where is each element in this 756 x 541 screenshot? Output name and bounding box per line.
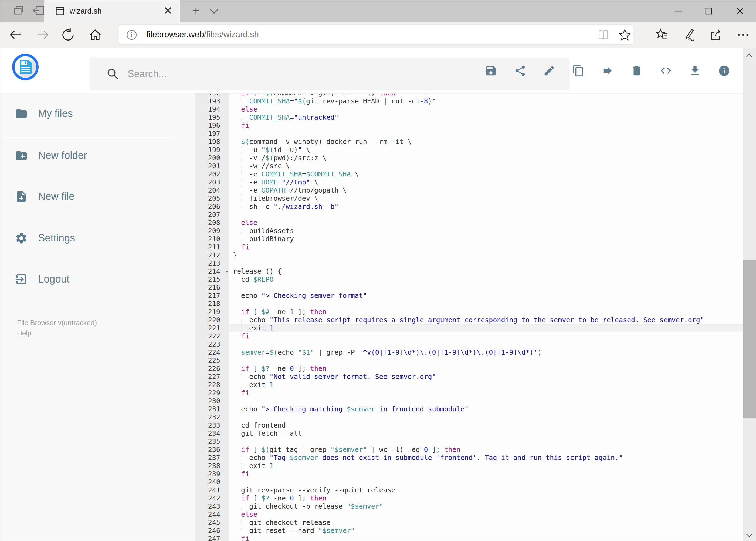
code-line-221[interactable]: 221 exit 1 — [195, 324, 744, 332]
code-line-194[interactable]: 194 else — [195, 105, 744, 114]
more-icon[interactable] — [736, 28, 750, 42]
sidebar-item-new-folder[interactable]: New folder — [0, 141, 178, 171]
code-line-197[interactable]: 197 — [195, 130, 744, 138]
code-line-229[interactable]: 229 fi — [195, 389, 744, 397]
code-line-205[interactable]: 205 filebrowser/dev \ — [195, 195, 744, 203]
code-line-224[interactable]: 224 semver=$(echo "$1" | grep -P '^v(0|[… — [195, 348, 744, 356]
code-line-220[interactable]: 220 echo "This release script requires a… — [195, 316, 744, 324]
help-link[interactable]: Help — [17, 329, 31, 337]
tab-close-icon[interactable]: ✕ — [163, 0, 172, 21]
code-line-235[interactable]: 235 — [195, 437, 744, 446]
page-scrollbar[interactable] — [743, 48, 756, 541]
code-line-242[interactable]: 242 if [ $? -ne 0 ]; then — [195, 494, 744, 502]
close-button[interactable] — [728, 0, 752, 22]
code-line-236[interactable]: 236 if [ $(git tag | grep "$semver" | wc… — [195, 446, 744, 454]
code-line-218[interactable]: 218 — [195, 300, 744, 308]
scroll-down-icon[interactable] — [746, 532, 753, 539]
delete-button[interactable] — [630, 65, 643, 77]
back-icon[interactable] — [8, 28, 22, 42]
code-line-200[interactable]: 200 -v /$(pwd):/src:z \ — [195, 154, 744, 162]
set-tabs-aside-icon[interactable] — [32, 4, 46, 18]
code-line-226[interactable]: 226 if [ $? -ne 0 ]; then — [195, 365, 744, 373]
filebrowser-logo-icon[interactable] — [12, 54, 39, 80]
code-line-244[interactable]: 244 else — [195, 510, 744, 519]
code-line-227[interactable]: 227 echo "Not valid semver format. See s… — [195, 373, 744, 381]
code-line-212[interactable]: 212} — [195, 251, 744, 259]
code-line-234[interactable]: 234 git fetch --all — [195, 429, 744, 437]
code-line-215[interactable]: 215 cd $REPO — [195, 275, 744, 283]
code-line-231[interactable]: 231 echo "> Checking matching $semver in… — [195, 405, 744, 413]
code-line-245[interactable]: 245 git checkout release — [195, 519, 744, 527]
code-line-192[interactable]: 192 if [ "$(command -v git)" != "" ]; th… — [195, 94, 744, 97]
page-info-icon[interactable] — [126, 29, 137, 42]
sidebar-item-my-files[interactable]: My files — [0, 99, 178, 129]
code-line-199[interactable]: 199 -u "$(id -u)" \ — [195, 146, 744, 154]
refresh-icon[interactable] — [61, 28, 75, 42]
download-button[interactable] — [689, 65, 701, 77]
copy-button[interactable] — [572, 65, 585, 77]
forward-icon[interactable] — [36, 28, 50, 42]
info-button[interactable] — [718, 65, 730, 77]
tab-preview-chevron-icon[interactable] — [208, 7, 220, 16]
sidebar-item-settings[interactable]: Settings — [0, 224, 178, 253]
scrollbar-thumb[interactable] — [743, 260, 756, 418]
share-button[interactable] — [514, 65, 526, 77]
code-line-222[interactable]: 222 fi — [195, 332, 744, 340]
scroll-up-icon[interactable] — [746, 52, 753, 59]
code-line-243[interactable]: 243 git checkout -b release "$semver" — [195, 502, 744, 510]
code-line-210[interactable]: 210 buildBinary — [195, 235, 744, 243]
code-line-198[interactable]: 198 $(command -v winpty) docker run --rm… — [195, 138, 744, 146]
code-view-button[interactable] — [660, 65, 672, 77]
code-line-228[interactable]: 228 exit 1 — [195, 381, 744, 389]
code-line-233[interactable]: 233 cd frontend — [195, 421, 744, 429]
code-line-196[interactable]: 196 fi — [195, 122, 744, 130]
code-line-211[interactable]: 211 fi — [195, 243, 744, 251]
maximize-button[interactable] — [697, 0, 721, 22]
hub-icon[interactable] — [655, 28, 669, 42]
code-line-237[interactable]: 237 echo "Tag $semver does not exist in … — [195, 454, 744, 462]
code-line-207[interactable]: 207 — [195, 211, 744, 219]
code-line-217[interactable]: 217 echo "> Checking semver format" — [195, 292, 744, 300]
code-line-225[interactable]: 225 — [195, 356, 744, 365]
code-line-216[interactable]: 216 — [195, 283, 744, 292]
sidebar-item-logout[interactable]: Logout — [0, 265, 178, 294]
move-button[interactable] — [601, 65, 614, 77]
code-line-230[interactable]: 230 — [195, 397, 744, 405]
code-line-241[interactable]: 241 git rev-parse --verify --quiet relea… — [195, 486, 744, 494]
annotate-icon[interactable] — [682, 28, 696, 42]
code-line-202[interactable]: 202 -e COMMIT_SHA=$COMMIT_SHA \ — [195, 170, 744, 178]
code-line-239[interactable]: 239 fi — [195, 470, 744, 478]
fold-arrow-icon[interactable]: ▾ — [226, 268, 228, 276]
minimize-button[interactable] — [666, 0, 690, 22]
code-line-193[interactable]: 193 COMMIT_SHA="$(git rev-parse HEAD | c… — [195, 97, 744, 105]
code-line-201[interactable]: 201 -w //src \ — [195, 162, 744, 170]
browser-tab[interactable]: wizard.sh ✕ — [44, 0, 180, 22]
code-line-208[interactable]: 208 else — [195, 219, 744, 227]
code-line-240[interactable]: 240 — [195, 478, 744, 486]
tabs-overview-icon[interactable] — [13, 4, 27, 18]
save-button[interactable] — [485, 65, 497, 77]
edit-button[interactable] — [543, 65, 556, 77]
code-line-247[interactable]: 247 fi — [195, 535, 744, 541]
code-line-195[interactable]: 195 COMMIT_SHA="untracked" — [195, 114, 744, 122]
search-input[interactable] — [127, 58, 532, 90]
home-icon[interactable] — [88, 28, 102, 42]
code-editor[interactable]: 192 if [ "$(command -v git)" != "" ]; th… — [195, 94, 744, 541]
code-line-204[interactable]: 204 -e GOPATH=//tmp/gopath \ — [195, 186, 744, 195]
code-line-232[interactable]: 232 — [195, 413, 744, 421]
code-line-223[interactable]: 223 — [195, 340, 744, 348]
new-tab-button[interactable]: + — [188, 4, 203, 19]
code-line-209[interactable]: 209 buildAssets — [195, 227, 744, 235]
code-line-219[interactable]: 219 if [ $# -ne 1 ]; then — [195, 308, 744, 316]
address-bar[interactable]: filebrowser.web/files/wizard.sh — [119, 25, 633, 45]
code-line-214[interactable]: 214▾release () { — [195, 268, 744, 275]
share-icon[interactable] — [709, 28, 723, 42]
code-line-238[interactable]: 238 exit 1 — [195, 462, 744, 470]
code-line-246[interactable]: 246 git reset --hard "$semver" — [195, 527, 744, 535]
url-text[interactable]: filebrowser.web/files/wizard.sh — [146, 25, 259, 44]
sidebar-item-new-file[interactable]: New file — [0, 182, 178, 212]
favorite-star-icon[interactable] — [618, 28, 631, 43]
code-line-206[interactable]: 206 sh -c "./wizard.sh -b" — [195, 203, 744, 211]
code-line-213[interactable]: 213 — [195, 259, 744, 268]
code-line-203[interactable]: 203 -e HOME="//tmp" \ — [195, 178, 744, 186]
